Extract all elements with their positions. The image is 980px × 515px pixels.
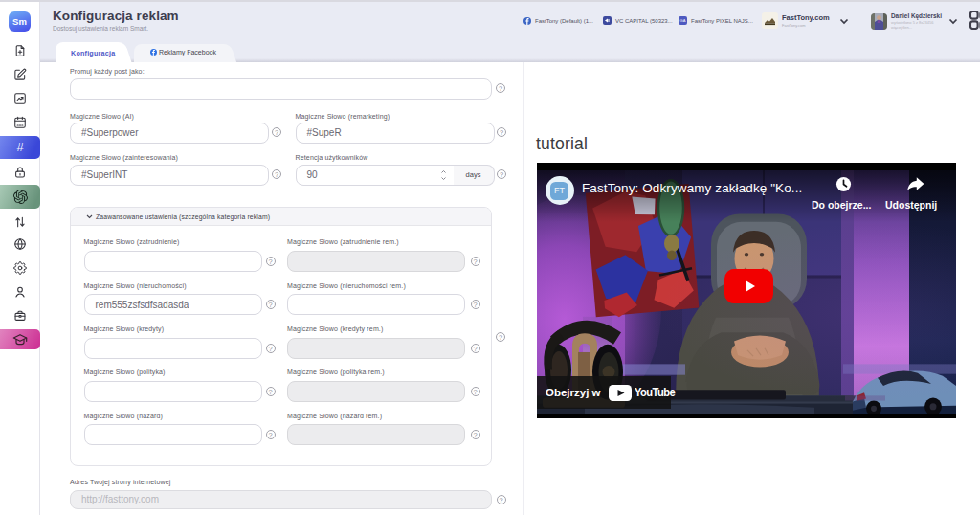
svg-text:GA: GA xyxy=(680,18,686,23)
